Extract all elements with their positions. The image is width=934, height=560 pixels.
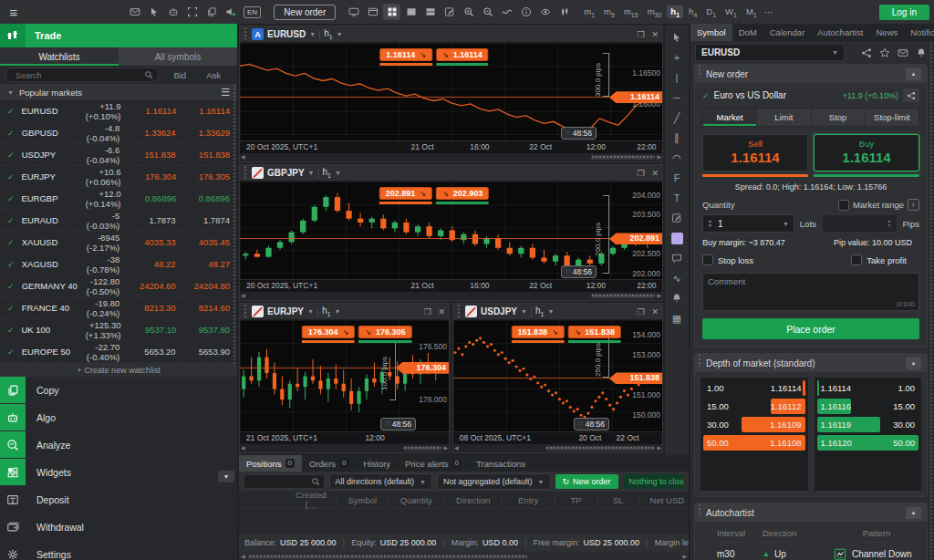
close-icon[interactable]: ✕ — [651, 169, 659, 178]
more-timeframes-icon[interactable]: ⋯ — [764, 7, 773, 17]
indicator-tool-icon[interactable]: ∿ — [667, 269, 687, 287]
tab-history[interactable]: History — [357, 455, 399, 472]
buy-price-button[interactable]: ↘176.305 — [358, 326, 411, 338]
tab-orders[interactable]: Orders0 — [302, 455, 357, 472]
cursor-icon[interactable] — [145, 4, 162, 20]
chart-plot[interactable]: 202.891↘↘202.903204.000203.500202.500202… — [240, 181, 662, 279]
alert-bell-icon[interactable] — [667, 289, 687, 307]
sell-price-button[interactable]: 202.891↘ — [379, 187, 432, 200]
maximize-icon[interactable]: ❒ — [637, 169, 644, 178]
chart-plot[interactable]: 1.16114↘↘1.161141.165001.160001.16114300… — [240, 43, 662, 140]
close-icon[interactable]: ✕ — [438, 307, 445, 316]
timeframe-m5[interactable]: m5 — [600, 5, 618, 19]
maximize-icon[interactable]: ❒ — [423, 307, 431, 316]
watchlist-scrollbar[interactable] — [233, 84, 237, 367]
scroll-right-icon[interactable]: ▶ — [657, 292, 661, 300]
scroll-right-icon[interactable]: ▶ — [657, 153, 661, 161]
layout-grid-icon[interactable] — [383, 4, 400, 20]
sell-price-button[interactable]: 151.838↘ — [511, 326, 564, 338]
close-icon[interactable]: ✕ — [651, 30, 659, 39]
watchlist-row-EUROPE-50[interactable]: ✓EUROPE 50-22.70 (-0.40%)5653.205653.90 — [0, 341, 237, 363]
scrollbar-thumb[interactable] — [591, 294, 655, 298]
copy-layout-icon[interactable] — [202, 4, 220, 20]
timeframe-m30[interactable]: m30 — [644, 5, 666, 19]
search-field[interactable] — [14, 68, 145, 83]
dom-sell-row[interactable]: 50.001.16108 — [703, 435, 805, 451]
chart-symbol[interactable]: EURJPY — [267, 306, 304, 316]
vertical-line-tool-icon[interactable]: | — [667, 68, 687, 87]
sidebar-item-copy[interactable]: Copy — [0, 377, 237, 404]
drag-handle[interactable] — [244, 26, 248, 42]
mail-icon[interactable] — [126, 4, 143, 20]
tab-notifications[interactable]: Notifications — [904, 24, 934, 41]
timeframe-h4[interactable]: h4 — [685, 5, 700, 19]
column-header-sl[interactable]: SL — [604, 495, 632, 505]
dom-buy-row[interactable]: 1.1611930.00 — [817, 417, 919, 432]
comment-input[interactable]: Comment 0/100 — [702, 273, 919, 311]
buy-price-button[interactable]: ↘1.16114 — [436, 48, 489, 61]
scrollbar-thumb[interactable] — [545, 446, 655, 451]
layout-split-icon[interactable] — [421, 4, 439, 20]
brush-tool-icon[interactable] — [667, 209, 687, 227]
quicktrade-a-icon[interactable]: A — [252, 28, 264, 40]
scrollbar-thumb[interactable] — [403, 446, 441, 451]
scroll-right-icon[interactable]: ▶ — [443, 444, 448, 452]
chart-tab-icon[interactable] — [364, 4, 381, 20]
chart-slash-icon[interactable] — [252, 306, 264, 317]
watchlist-row-USDJPY[interactable]: ✓USDJPY-6.6 (-0.04%)151.838151.838 — [0, 144, 237, 166]
sell-price-button[interactable]: 1.16114↘ — [379, 48, 432, 61]
visibility-icon[interactable] — [536, 4, 554, 20]
scrollbar-thumb[interactable] — [591, 155, 655, 160]
watchlist-row-XAGUSD[interactable]: ✓XAGUSD-38 (-0.78%)48.2248.27 — [0, 254, 237, 275]
dom-buy-row[interactable]: 1.161141.00 — [817, 380, 919, 396]
order-tab-stop-limit[interactable]: Stop-limit — [866, 109, 918, 126]
share-icon[interactable] — [857, 45, 875, 61]
column-header-created-[interactable]: Created (… — [292, 490, 330, 510]
order-tab-limit[interactable]: Limit — [757, 109, 811, 126]
column-header-quantity[interactable]: Quantity — [395, 495, 438, 505]
collapse-section-icon[interactable]: ▲ — [906, 68, 921, 80]
tab-symbol[interactable]: Symbol — [690, 24, 732, 41]
chart-symbol[interactable]: EURUSD — [267, 29, 306, 39]
tab-price-alerts[interactable]: Price alerts0 — [398, 455, 469, 472]
order-tab-stop[interactable]: Stop — [812, 109, 866, 126]
watchlist-row-UK-100[interactable]: ✓UK 100+125.30 (+1.33%)9537.109537.80 — [0, 319, 237, 341]
positions-search-input[interactable] — [244, 474, 325, 489]
chevron-down-icon[interactable]: ▼ — [334, 308, 340, 315]
chart-timeframe[interactable]: h1 — [535, 306, 544, 317]
chevron-down-icon[interactable]: ▼ — [337, 31, 343, 37]
info-icon[interactable]: i — [908, 199, 919, 211]
info-icon[interactable] — [517, 4, 534, 20]
timeframe-W1[interactable]: W1 — [721, 5, 741, 19]
new-order-toolbar-button[interactable]: New order — [274, 5, 336, 20]
color-swatch[interactable] — [667, 229, 687, 247]
robot-icon[interactable] — [164, 4, 182, 20]
line-style-icon[interactable] — [498, 4, 515, 20]
chart-timeframe[interactable]: h1 — [323, 167, 331, 179]
chart-plot[interactable]: 151.838↘↘151.838154.000153.000151.000150… — [453, 320, 662, 431]
dom-sell-row[interactable]: 1.001.16114 — [703, 380, 805, 396]
drag-handle[interactable] — [457, 304, 462, 319]
scroll-left-icon[interactable]: ◀ — [241, 553, 245, 559]
chevron-down-icon[interactable]: ▼ — [521, 308, 527, 315]
right-panel-scrollbar[interactable] — [929, 42, 934, 560]
buy-button[interactable]: Buy 1.16114 — [814, 134, 919, 171]
sell-price-button[interactable]: 176.304↘ — [302, 326, 355, 338]
star-icon[interactable] — [876, 45, 893, 61]
column-header-net-usd[interactable]: Net USD — [646, 495, 689, 505]
collapse-section-icon[interactable]: ▲ — [906, 507, 921, 519]
tab-dom[interactable]: DoM — [732, 24, 763, 41]
sidebar-item-withdrawal[interactable]: Withdrawal — [0, 513, 237, 541]
chart-scrollbar[interactable]: ◀▶ — [240, 292, 662, 300]
chart-scrollbar[interactable]: ◀▶ — [240, 153, 662, 161]
fullscreen-icon[interactable] — [183, 4, 201, 20]
sidebar-item-widgets[interactable]: Widgets — [0, 459, 237, 486]
collapse-menu-chevron[interactable]: ▼ — [218, 471, 234, 482]
arc-tool-icon[interactable]: ◠ — [667, 149, 687, 167]
chart-slash-icon[interactable] — [252, 167, 264, 179]
take-profit-checkbox[interactable] — [851, 254, 862, 265]
close-positions-control[interactable]: Nothing to close▼ — [623, 474, 684, 489]
buy-price-button[interactable]: ↘202.903 — [436, 187, 489, 200]
timeframe-m1[interactable]: m1 — [580, 5, 598, 19]
edit-chart-icon[interactable] — [441, 4, 458, 20]
